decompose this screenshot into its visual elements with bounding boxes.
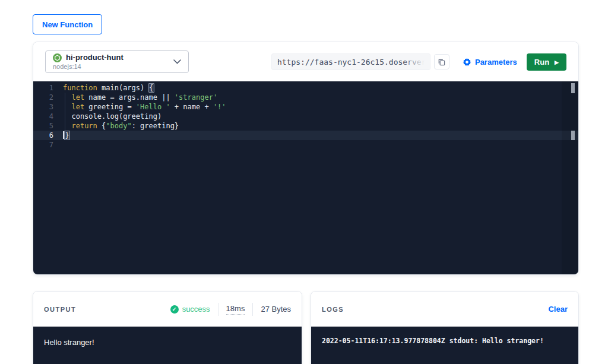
log-entry: 2022-05-11T16:17:13.977878804Z stdout: H… — [322, 337, 568, 345]
code-lines-host: 1function main(args) {2 let name = args.… — [33, 83, 578, 150]
line-number: 5 — [33, 121, 53, 131]
line-number: 4 — [33, 112, 53, 121]
meta-divider — [252, 303, 253, 316]
size-value: 27 Bytes — [261, 305, 291, 314]
logs-title: LOGS — [322, 306, 344, 313]
new-function-button[interactable]: New Function — [33, 14, 102, 34]
code-line[interactable]: 6} — [33, 131, 578, 140]
logs-panel-header: LOGS Clear — [311, 292, 578, 327]
status-label: success — [182, 305, 210, 314]
output-panel-body: Hello stranger! — [33, 327, 302, 364]
success-check-icon: ✓ — [170, 305, 179, 314]
logs-panel: LOGS Clear 2022-05-11T16:17:13.977878804… — [311, 291, 579, 364]
code-editor[interactable]: 1function main(args) {2 let name = args.… — [33, 81, 578, 274]
editor-toolbar: hi-product-hunt nodejs:14 https://faas-n… — [33, 42, 578, 81]
copy-icon — [438, 58, 445, 66]
text-cursor — [63, 131, 64, 139]
meta-divider — [218, 303, 218, 316]
output-panel: OUTPUT ✓ success 18ms 27 Bytes Hello str… — [33, 291, 302, 364]
function-runtime: nodejs:14 — [53, 63, 124, 71]
code-line[interactable]: 3 let greeting = 'Hello ' + name + '!' — [33, 102, 578, 112]
line-number: 1 — [33, 83, 53, 93]
code-line[interactable]: 4 console.log(greeting) — [33, 112, 578, 121]
logs-panel-body: 2022-05-11T16:17:13.977878804Z stdout: H… — [311, 327, 578, 364]
editor-scrollbar[interactable] — [562, 81, 578, 274]
chevron-down-icon — [173, 59, 181, 64]
output-title: OUTPUT — [44, 306, 76, 313]
function-url-input[interactable]: https://faas-nyc1-26c15.doserverles — [271, 53, 430, 70]
code-line[interactable]: 5 return {"body": greeting} — [33, 121, 578, 131]
gear-icon — [463, 58, 471, 67]
line-number: 3 — [33, 102, 53, 112]
code-line[interactable]: 7 — [33, 140, 578, 150]
code-line[interactable]: 1function main(args) { — [33, 83, 578, 93]
code-line[interactable]: 2 let name = args.name || 'stranger' — [33, 93, 578, 102]
function-name: hi-product-hunt — [66, 53, 124, 62]
line-number: 7 — [33, 140, 53, 150]
output-text: Hello stranger! — [44, 338, 94, 347]
scrollbar-thumb[interactable] — [571, 83, 575, 93]
function-select-dropdown[interactable]: hi-product-hunt nodejs:14 — [45, 50, 189, 73]
run-label: Run — [534, 58, 549, 67]
parameters-label: Parameters — [475, 58, 517, 67]
output-panel-header: OUTPUT ✓ success 18ms 27 Bytes — [33, 292, 302, 327]
run-button[interactable]: Run ▶ — [527, 53, 566, 71]
url-fade-overlay — [403, 54, 430, 69]
status-badge: ✓ success — [170, 305, 210, 314]
scrollbar-cursor-marker — [571, 131, 575, 140]
function-workbench-card: hi-product-hunt nodejs:14 https://faas-n… — [33, 42, 579, 275]
play-icon: ▶ — [555, 59, 559, 65]
clear-logs-button[interactable]: Clear — [548, 305, 568, 314]
copy-url-button[interactable] — [434, 54, 449, 69]
line-number: 6 — [33, 131, 53, 140]
parameters-link[interactable]: Parameters — [463, 58, 517, 67]
line-number: 2 — [33, 93, 53, 102]
nodejs-icon — [53, 53, 62, 62]
duration-value[interactable]: 18ms — [226, 304, 245, 315]
